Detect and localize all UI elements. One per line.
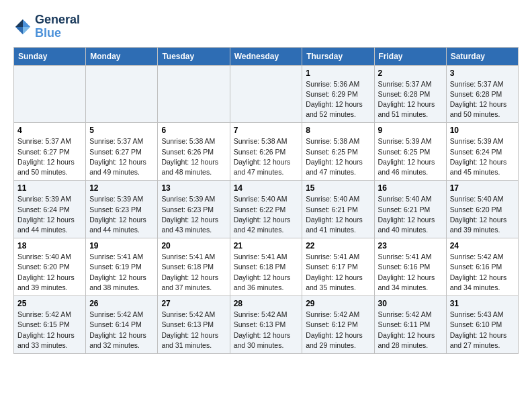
day-detail: Sunrise: 5:41 AM Sunset: 6:18 PM Dayligh… (161, 252, 226, 293)
day-number: 1 (306, 68, 370, 78)
day-detail: Sunrise: 5:42 AM Sunset: 6:13 PM Dayligh… (234, 310, 299, 351)
day-number: 29 (306, 299, 370, 308)
day-detail: Sunrise: 5:39 AM Sunset: 6:24 PM Dayligh… (17, 194, 82, 235)
day-cell: 26Sunrise: 5:42 AM Sunset: 6:14 PM Dayli… (86, 296, 158, 354)
day-detail: Sunrise: 5:37 AM Sunset: 6:28 PM Dayligh… (378, 79, 443, 120)
day-detail: Sunrise: 5:42 AM Sunset: 6:11 PM Dayligh… (378, 310, 443, 351)
column-header-sunday: Sunday (14, 47, 86, 65)
day-number: 13 (161, 183, 226, 193)
svg-marker-2 (15, 27, 23, 34)
day-detail: Sunrise: 5:41 AM Sunset: 6:18 PM Dayligh… (234, 252, 299, 293)
day-number: 22 (306, 241, 370, 250)
day-cell (86, 65, 158, 123)
day-number: 5 (89, 126, 154, 135)
day-number: 19 (89, 241, 154, 250)
day-cell: 4Sunrise: 5:37 AM Sunset: 6:27 PM Daylig… (14, 123, 86, 181)
header-row: SundayMondayTuesdayWednesdayThursdayFrid… (14, 47, 519, 65)
day-cell: 17Sunrise: 5:40 AM Sunset: 6:20 PM Dayli… (446, 181, 518, 238)
day-detail: Sunrise: 5:40 AM Sunset: 6:20 PM Dayligh… (450, 194, 515, 235)
day-cell: 9Sunrise: 5:39 AM Sunset: 6:25 PM Daylig… (374, 123, 446, 181)
day-cell (230, 65, 302, 123)
day-detail: Sunrise: 5:39 AM Sunset: 6:23 PM Dayligh… (89, 194, 154, 235)
day-detail: Sunrise: 5:38 AM Sunset: 6:25 PM Dayligh… (306, 136, 370, 177)
week-row-2: 4Sunrise: 5:37 AM Sunset: 6:27 PM Daylig… (14, 123, 519, 181)
week-row-5: 25Sunrise: 5:42 AM Sunset: 6:15 PM Dayli… (14, 296, 519, 354)
day-detail: Sunrise: 5:39 AM Sunset: 6:25 PM Dayligh… (378, 136, 443, 177)
day-number: 18 (17, 241, 82, 250)
day-cell: 14Sunrise: 5:40 AM Sunset: 6:22 PM Dayli… (230, 181, 302, 238)
day-cell: 8Sunrise: 5:38 AM Sunset: 6:25 PM Daylig… (302, 123, 374, 181)
column-header-monday: Monday (86, 47, 158, 65)
day-detail: Sunrise: 5:38 AM Sunset: 6:26 PM Dayligh… (234, 136, 299, 177)
day-cell: 29Sunrise: 5:42 AM Sunset: 6:12 PM Dayli… (302, 296, 374, 354)
column-header-thursday: Thursday (302, 47, 374, 65)
day-cell: 22Sunrise: 5:41 AM Sunset: 6:17 PM Dayli… (302, 238, 374, 296)
day-number: 6 (161, 126, 226, 135)
day-cell: 28Sunrise: 5:42 AM Sunset: 6:13 PM Dayli… (230, 296, 302, 354)
day-number: 24 (450, 241, 515, 250)
day-cell: 24Sunrise: 5:42 AM Sunset: 6:16 PM Dayli… (446, 238, 518, 296)
day-number: 8 (306, 126, 370, 135)
day-number: 16 (378, 183, 443, 193)
day-detail: Sunrise: 5:36 AM Sunset: 6:29 PM Dayligh… (306, 79, 370, 120)
day-number: 26 (89, 299, 154, 308)
day-number: 10 (450, 126, 515, 135)
day-detail: Sunrise: 5:41 AM Sunset: 6:16 PM Dayligh… (378, 252, 443, 293)
day-cell: 16Sunrise: 5:40 AM Sunset: 6:21 PM Dayli… (374, 181, 446, 238)
calendar-table: SundayMondayTuesdayWednesdayThursdayFrid… (13, 47, 519, 354)
day-detail: Sunrise: 5:37 AM Sunset: 6:28 PM Dayligh… (450, 79, 515, 120)
day-number: 17 (450, 183, 515, 193)
day-cell: 11Sunrise: 5:39 AM Sunset: 6:24 PM Dayli… (14, 181, 86, 238)
day-number: 28 (234, 299, 299, 308)
day-cell: 21Sunrise: 5:41 AM Sunset: 6:18 PM Dayli… (230, 238, 302, 296)
day-number: 14 (234, 183, 299, 193)
header: General Blue (13, 13, 519, 40)
day-cell: 20Sunrise: 5:41 AM Sunset: 6:18 PM Dayli… (158, 238, 230, 296)
day-number: 11 (17, 183, 82, 193)
day-detail: Sunrise: 5:40 AM Sunset: 6:20 PM Dayligh… (17, 252, 82, 293)
column-header-friday: Friday (374, 47, 446, 65)
day-detail: Sunrise: 5:42 AM Sunset: 6:14 PM Dayligh… (89, 310, 154, 351)
day-number: 12 (89, 183, 154, 193)
day-cell: 5Sunrise: 5:37 AM Sunset: 6:27 PM Daylig… (86, 123, 158, 181)
day-cell: 18Sunrise: 5:40 AM Sunset: 6:20 PM Dayli… (14, 238, 86, 296)
day-number: 9 (378, 126, 443, 135)
day-number: 31 (450, 299, 515, 308)
day-detail: Sunrise: 5:40 AM Sunset: 6:22 PM Dayligh… (234, 194, 299, 235)
day-cell: 3Sunrise: 5:37 AM Sunset: 6:28 PM Daylig… (446, 65, 518, 123)
week-row-1: 1Sunrise: 5:36 AM Sunset: 6:29 PM Daylig… (14, 65, 519, 123)
day-number: 25 (17, 299, 82, 308)
week-row-3: 11Sunrise: 5:39 AM Sunset: 6:24 PM Dayli… (14, 181, 519, 238)
column-header-saturday: Saturday (446, 47, 518, 65)
day-cell: 7Sunrise: 5:38 AM Sunset: 6:26 PM Daylig… (230, 123, 302, 181)
day-detail: Sunrise: 5:40 AM Sunset: 6:21 PM Dayligh… (306, 194, 370, 235)
day-cell (158, 65, 230, 123)
day-detail: Sunrise: 5:40 AM Sunset: 6:21 PM Dayligh… (378, 194, 443, 235)
day-number: 3 (450, 68, 515, 78)
week-row-4: 18Sunrise: 5:40 AM Sunset: 6:20 PM Dayli… (14, 238, 519, 296)
day-detail: Sunrise: 5:42 AM Sunset: 6:13 PM Dayligh… (161, 310, 226, 351)
day-number: 30 (378, 299, 443, 308)
day-number: 23 (378, 241, 443, 250)
svg-marker-3 (23, 27, 30, 34)
day-cell: 19Sunrise: 5:41 AM Sunset: 6:19 PM Dayli… (86, 238, 158, 296)
logo-text: General Blue (35, 13, 80, 40)
day-number: 27 (161, 299, 226, 308)
day-cell: 15Sunrise: 5:40 AM Sunset: 6:21 PM Dayli… (302, 181, 374, 238)
day-detail: Sunrise: 5:42 AM Sunset: 6:16 PM Dayligh… (450, 252, 515, 293)
svg-marker-0 (23, 19, 30, 27)
day-cell: 1Sunrise: 5:36 AM Sunset: 6:29 PM Daylig… (302, 65, 374, 123)
day-cell: 30Sunrise: 5:42 AM Sunset: 6:11 PM Dayli… (374, 296, 446, 354)
day-detail: Sunrise: 5:37 AM Sunset: 6:27 PM Dayligh… (17, 136, 82, 177)
logo: General Blue (13, 13, 80, 40)
day-detail: Sunrise: 5:39 AM Sunset: 6:23 PM Dayligh… (161, 194, 226, 235)
day-cell: 6Sunrise: 5:38 AM Sunset: 6:26 PM Daylig… (158, 123, 230, 181)
day-number: 20 (161, 241, 226, 250)
day-detail: Sunrise: 5:42 AM Sunset: 6:12 PM Dayligh… (306, 310, 370, 351)
day-number: 21 (234, 241, 299, 250)
day-cell: 2Sunrise: 5:37 AM Sunset: 6:28 PM Daylig… (374, 65, 446, 123)
day-cell: 25Sunrise: 5:42 AM Sunset: 6:15 PM Dayli… (14, 296, 86, 354)
day-detail: Sunrise: 5:37 AM Sunset: 6:27 PM Dayligh… (89, 136, 154, 177)
day-detail: Sunrise: 5:41 AM Sunset: 6:19 PM Dayligh… (89, 252, 154, 293)
day-number: 15 (306, 183, 370, 193)
